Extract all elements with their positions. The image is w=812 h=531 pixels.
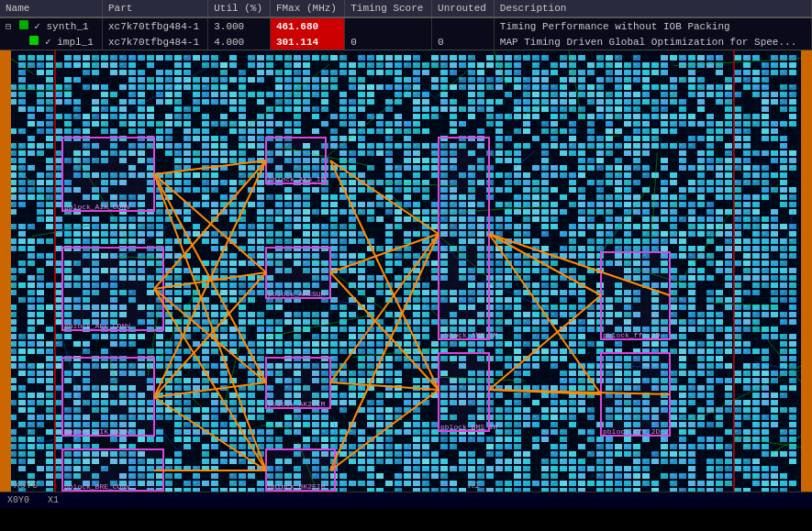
cell-name: ⊟ ✓ synth_1 xyxy=(0,17,102,34)
expand-icon[interactable]: ⊟ xyxy=(6,22,11,32)
floorplan-canvas-area: X0Y0 X1 xyxy=(0,50,812,508)
cell-fmax: 301.114 xyxy=(270,34,344,50)
coord-x1: X1 xyxy=(48,495,59,505)
cell-timing: 0 xyxy=(345,34,432,50)
cell-util: 3.000 xyxy=(208,17,271,34)
cell-description: MAP Timing Driven Global Optimization fo… xyxy=(494,34,811,50)
col-util: Util (%) xyxy=(208,0,271,17)
synth-icon xyxy=(19,20,28,29)
cell-description: Timing Performance without IOB Packing xyxy=(494,17,811,34)
col-name: Name xyxy=(0,0,102,17)
results-table: Name Part Util (%) FMax (MHz) Timing Sco… xyxy=(0,0,812,50)
coord-xy0: X0Y0 xyxy=(7,495,29,505)
col-description: Description xyxy=(494,0,811,17)
cell-part: xc7k70tfbg484-1 xyxy=(102,17,207,34)
timing-table-area: Name Part Util (%) FMax (MHz) Timing Sco… xyxy=(0,0,812,50)
cell-part: xc7k70tfbg484-1 xyxy=(102,34,207,50)
cell-fmax: 461.680 xyxy=(270,17,344,34)
synth-name: synth_1 xyxy=(46,21,88,32)
cell-unrouted: 0 xyxy=(432,34,495,50)
impl-icon xyxy=(29,36,39,45)
cell-util: 4.000 xyxy=(208,34,271,50)
cell-name: ✓ impl_1 xyxy=(0,34,102,50)
col-timing-score: Timing Score xyxy=(345,0,432,17)
cell-timing xyxy=(345,17,432,34)
col-part: Part xyxy=(102,0,207,17)
cell-unrouted xyxy=(432,17,495,34)
col-fmax: FMax (MHz) xyxy=(270,0,344,17)
table-row[interactable]: ⊟ ✓ synth_1 xc7k70tfbg484-1 3.000 461.68… xyxy=(0,17,812,34)
floorplan-canvas[interactable] xyxy=(0,50,812,508)
col-unrouted: Unrouted xyxy=(432,0,495,17)
impl-name: impl_1 xyxy=(57,37,94,48)
table-row[interactable]: ✓ impl_1 xc7k70tfbg484-1 4.000 301.114 0… xyxy=(0,34,812,50)
status-bar: X0Y0 X1 xyxy=(0,492,812,508)
